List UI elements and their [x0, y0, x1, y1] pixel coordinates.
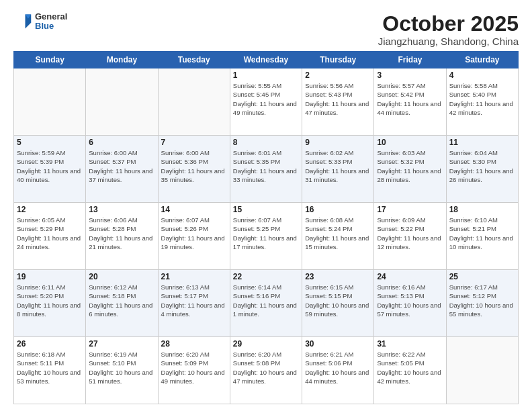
logo: General Blue	[13, 12, 67, 32]
day-info: Sunrise: 6:06 AM Sunset: 5:28 PM Dayligh…	[89, 216, 154, 251]
day-number: 6	[89, 138, 154, 147]
calendar-cell: 24Sunrise: 6:16 AM Sunset: 5:13 PM Dayli…	[374, 270, 446, 337]
day-info: Sunrise: 5:58 AM Sunset: 5:40 PM Dayligh…	[449, 81, 515, 117]
day-info: Sunrise: 6:04 AM Sunset: 5:30 PM Dayligh…	[449, 148, 515, 184]
day-header-saturday: Saturday	[446, 52, 518, 68]
calendar-cell: 12Sunrise: 6:05 AM Sunset: 5:29 PM Dayli…	[14, 203, 86, 270]
calendar-cell: 31Sunrise: 6:22 AM Sunset: 5:05 PM Dayli…	[374, 337, 446, 404]
day-info: Sunrise: 6:08 AM Sunset: 5:24 PM Dayligh…	[305, 216, 371, 251]
day-info: Sunrise: 6:17 AM Sunset: 5:12 PM Dayligh…	[449, 283, 515, 318]
day-info: Sunrise: 6:01 AM Sunset: 5:35 PM Dayligh…	[233, 148, 299, 184]
calendar-cell: 16Sunrise: 6:08 AM Sunset: 5:24 PM Dayli…	[302, 203, 374, 270]
calendar-cell: 13Sunrise: 6:06 AM Sunset: 5:28 PM Dayli…	[86, 203, 158, 270]
day-number: 17	[377, 205, 443, 214]
week-row-3: 12Sunrise: 6:05 AM Sunset: 5:29 PM Dayli…	[14, 203, 519, 270]
day-info: Sunrise: 6:00 AM Sunset: 5:37 PM Dayligh…	[89, 148, 154, 184]
day-info: Sunrise: 6:20 AM Sunset: 5:08 PM Dayligh…	[233, 350, 299, 385]
day-number: 26	[17, 339, 83, 349]
calendar-cell	[158, 68, 230, 136]
calendar-cell: 2Sunrise: 5:56 AM Sunset: 5:43 PM Daylig…	[302, 68, 374, 136]
day-info: Sunrise: 6:19 AM Sunset: 5:10 PM Dayligh…	[89, 350, 154, 385]
day-info: Sunrise: 6:07 AM Sunset: 5:26 PM Dayligh…	[161, 216, 227, 251]
day-info: Sunrise: 6:14 AM Sunset: 5:16 PM Dayligh…	[233, 283, 299, 318]
calendar-cell: 4Sunrise: 5:58 AM Sunset: 5:40 PM Daylig…	[446, 68, 518, 136]
day-number: 20	[89, 272, 154, 281]
day-info: Sunrise: 5:56 AM Sunset: 5:43 PM Dayligh…	[305, 81, 371, 117]
logo-general: General	[35, 12, 67, 21]
day-number: 4	[449, 71, 515, 80]
day-number: 25	[449, 272, 515, 281]
day-number: 8	[233, 138, 299, 147]
day-header-sunday: Sunday	[14, 52, 86, 68]
calendar-cell: 30Sunrise: 6:21 AM Sunset: 5:06 PM Dayli…	[302, 337, 374, 404]
day-info: Sunrise: 6:20 AM Sunset: 5:09 PM Dayligh…	[161, 350, 227, 385]
calendar-cell: 3Sunrise: 5:57 AM Sunset: 5:42 PM Daylig…	[374, 68, 446, 136]
day-header-thursday: Thursday	[302, 52, 374, 68]
day-number: 31	[377, 339, 443, 349]
header: General Blue October 2025 Jiangzhuang, S…	[13, 12, 519, 47]
calendar-cell: 10Sunrise: 6:03 AM Sunset: 5:32 PM Dayli…	[374, 136, 446, 203]
calendar-cell: 9Sunrise: 6:02 AM Sunset: 5:33 PM Daylig…	[302, 136, 374, 203]
day-info: Sunrise: 6:21 AM Sunset: 5:06 PM Dayligh…	[305, 350, 371, 385]
week-row-5: 26Sunrise: 6:18 AM Sunset: 5:11 PM Dayli…	[14, 337, 519, 404]
day-number: 5	[17, 138, 83, 147]
day-number: 29	[233, 339, 299, 349]
day-info: Sunrise: 6:12 AM Sunset: 5:18 PM Dayligh…	[89, 283, 154, 318]
title-block: October 2025 Jiangzhuang, Shandong, Chin…	[378, 12, 519, 47]
week-row-2: 5Sunrise: 5:59 AM Sunset: 5:39 PM Daylig…	[14, 136, 519, 203]
day-number: 11	[449, 138, 515, 147]
calendar-cell	[446, 337, 518, 404]
logo-icon	[13, 12, 32, 31]
day-info: Sunrise: 6:00 AM Sunset: 5:36 PM Dayligh…	[161, 148, 227, 184]
day-info: Sunrise: 6:15 AM Sunset: 5:15 PM Dayligh…	[305, 283, 371, 318]
calendar-cell: 14Sunrise: 6:07 AM Sunset: 5:26 PM Dayli…	[158, 203, 230, 270]
day-info: Sunrise: 6:10 AM Sunset: 5:21 PM Dayligh…	[449, 216, 515, 251]
day-number: 22	[233, 272, 299, 281]
calendar-cell: 17Sunrise: 6:09 AM Sunset: 5:22 PM Dayli…	[374, 203, 446, 270]
calendar-cell: 5Sunrise: 5:59 AM Sunset: 5:39 PM Daylig…	[14, 136, 86, 203]
calendar-cell: 11Sunrise: 6:04 AM Sunset: 5:30 PM Dayli…	[446, 136, 518, 203]
day-info: Sunrise: 6:11 AM Sunset: 5:20 PM Dayligh…	[17, 283, 83, 318]
calendar-cell: 1Sunrise: 5:55 AM Sunset: 5:45 PM Daylig…	[230, 68, 302, 136]
day-info: Sunrise: 6:13 AM Sunset: 5:17 PM Dayligh…	[161, 283, 227, 318]
day-number: 13	[89, 205, 154, 214]
calendar-cell	[14, 68, 86, 136]
calendar-cell	[86, 68, 158, 136]
day-number: 10	[377, 138, 443, 147]
day-info: Sunrise: 5:55 AM Sunset: 5:45 PM Dayligh…	[233, 81, 299, 117]
calendar-cell: 26Sunrise: 6:18 AM Sunset: 5:11 PM Dayli…	[14, 337, 86, 404]
day-number: 12	[17, 205, 83, 214]
day-number: 30	[305, 339, 371, 349]
day-info: Sunrise: 6:07 AM Sunset: 5:25 PM Dayligh…	[233, 216, 299, 251]
day-number: 1	[233, 71, 299, 80]
day-info: Sunrise: 6:18 AM Sunset: 5:11 PM Dayligh…	[17, 350, 83, 385]
day-number: 27	[89, 339, 154, 349]
week-row-4: 19Sunrise: 6:11 AM Sunset: 5:20 PM Dayli…	[14, 270, 519, 337]
page: General Blue October 2025 Jiangzhuang, S…	[0, 0, 532, 411]
calendar-cell: 6Sunrise: 6:00 AM Sunset: 5:37 PM Daylig…	[86, 136, 158, 203]
calendar-header-row: SundayMondayTuesdayWednesdayThursdayFrid…	[14, 52, 519, 68]
calendar-cell: 20Sunrise: 6:12 AM Sunset: 5:18 PM Dayli…	[86, 270, 158, 337]
day-number: 9	[305, 138, 371, 147]
day-info: Sunrise: 5:59 AM Sunset: 5:39 PM Dayligh…	[17, 148, 83, 184]
day-number: 15	[233, 205, 299, 214]
calendar-cell: 25Sunrise: 6:17 AM Sunset: 5:12 PM Dayli…	[446, 270, 518, 337]
calendar-cell: 27Sunrise: 6:19 AM Sunset: 5:10 PM Dayli…	[86, 337, 158, 404]
day-number: 14	[161, 205, 227, 214]
day-info: Sunrise: 5:57 AM Sunset: 5:42 PM Dayligh…	[377, 81, 443, 117]
day-info: Sunrise: 6:16 AM Sunset: 5:13 PM Dayligh…	[377, 283, 443, 318]
calendar-cell: 22Sunrise: 6:14 AM Sunset: 5:16 PM Dayli…	[230, 270, 302, 337]
day-number: 21	[161, 272, 227, 281]
day-header-monday: Monday	[86, 52, 158, 68]
day-header-wednesday: Wednesday	[230, 52, 302, 68]
day-number: 19	[17, 272, 83, 281]
day-number: 3	[377, 71, 443, 80]
calendar-cell: 8Sunrise: 6:01 AM Sunset: 5:35 PM Daylig…	[230, 136, 302, 203]
day-number: 2	[305, 71, 371, 80]
calendar-cell: 7Sunrise: 6:00 AM Sunset: 5:36 PM Daylig…	[158, 136, 230, 203]
day-number: 24	[377, 272, 443, 281]
day-header-tuesday: Tuesday	[158, 52, 230, 68]
day-number: 18	[449, 205, 515, 214]
logo-blue: Blue	[35, 21, 67, 31]
calendar-cell: 29Sunrise: 6:20 AM Sunset: 5:08 PM Dayli…	[230, 337, 302, 404]
